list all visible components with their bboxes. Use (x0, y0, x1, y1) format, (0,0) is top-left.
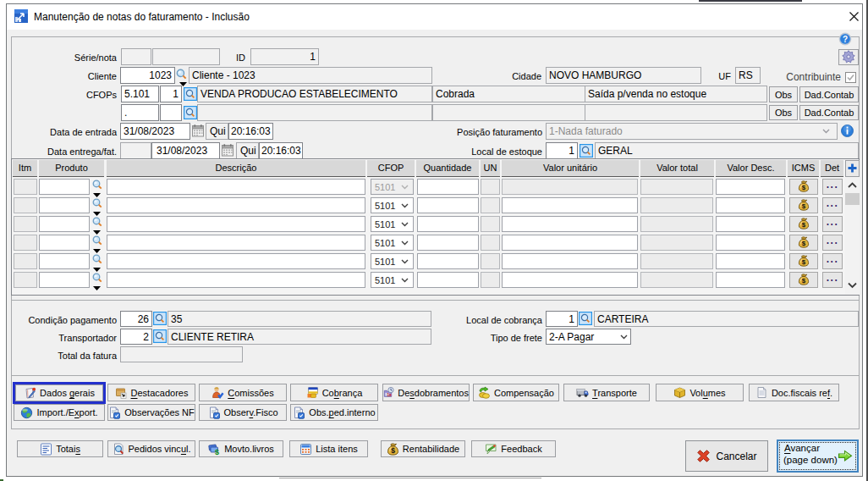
svg-text:$: $ (802, 258, 806, 266)
svg-text:1x: 1x (387, 393, 392, 397)
svg-text:$: $ (802, 240, 806, 247)
svg-text:$: $ (391, 446, 395, 455)
svg-text:$: $ (802, 221, 806, 229)
svg-text:$: $ (802, 202, 806, 210)
svg-text:?: ? (843, 35, 848, 44)
svg-text:$: $ (215, 448, 219, 456)
svg-text:$: $ (802, 184, 806, 191)
svg-text:$: $ (802, 277, 806, 285)
